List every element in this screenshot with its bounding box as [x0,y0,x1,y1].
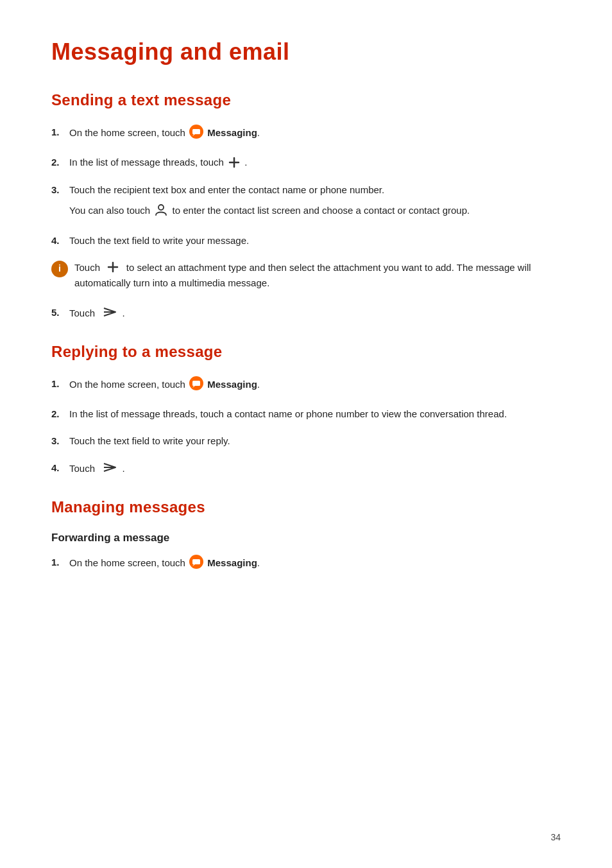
step-send-3: 3. Touch the recipient text box and ente… [51,182,561,221]
step-content: Touch the text field to write your reply… [69,433,561,449]
step-content: In the list of message threads, touch a … [69,406,561,422]
section-title-managing: Managing messages [51,498,561,516]
step-send-2: 2. In the list of message threads, touch… [51,155,561,171]
step-content: On the home screen, touch Messaging. [69,376,561,395]
section-replying: Replying to a message 1. On the home scr… [51,343,561,479]
step-content: Touch the text field to write your messa… [69,233,561,248]
section-sending: Sending a text message 1. On the home sc… [51,91,561,324]
step-content: Touch . [69,305,561,324]
section-title-sending: Sending a text message [51,91,561,109]
tip-content: Touch to select an attachment type and t… [74,260,561,291]
send-icon [101,460,118,479]
tip-box: i Touch to select an attachment type and… [51,260,561,291]
step-send-1: 1. On the home screen, touch Messaging. [51,125,561,143]
step-number: 1. [51,555,69,570]
page-container: Messaging and email Sending a text messa… [0,0,612,623]
step-number: 2. [51,406,69,422]
step-content: Touch . [69,460,561,479]
messaging-icon [189,555,203,573]
step-number: 5. [51,305,69,320]
step-send-5: 5. Touch . [51,305,561,324]
step-reply-2: 2. In the list of message threads, touch… [51,406,561,422]
step-number: 3. [51,433,69,449]
plus-icon-tip [106,261,119,275]
messaging-icon [189,376,203,395]
tip-icon: i [51,261,68,277]
messaging-label: Messaging [207,379,257,390]
page-number: 34 [550,832,561,842]
step-content: In the list of message threads, touch . [69,155,561,171]
step-reply-1: 1. On the home screen, touch Messaging. [51,376,561,395]
step-number: 1. [51,125,69,140]
step-content: Touch the recipient text box and enter t… [69,182,561,221]
plus-icon [228,156,241,171]
send-icon [101,305,118,324]
messaging-icon [189,125,203,143]
step-number: 4. [51,460,69,476]
step-content: On the home screen, touch Messaging. [69,555,561,573]
messaging-label: Messaging [207,558,257,569]
svg-point-5 [158,205,164,210]
messaging-label: Messaging [207,127,257,138]
person-icon [154,203,168,221]
step-content: On the home screen, touch Messaging. [69,125,561,143]
subsection-title-forwarding: Forwarding a message [51,532,561,544]
step-number: 4. [51,233,69,248]
svg-rect-1 [192,129,200,134]
svg-rect-10 [192,381,200,386]
section-managing: Managing messages Forwarding a message 1… [51,498,561,573]
step-number: 3. [51,182,69,198]
step-number: 2. [51,155,69,170]
step-forward-1: 1. On the home screen, touch Messaging. [51,555,561,573]
page-title: Messaging and email [51,39,561,65]
subsection-forwarding: Forwarding a message 1. On the home scre… [51,532,561,573]
step-reply-3: 3. Touch the text field to write your re… [51,433,561,449]
step-number: 1. [51,376,69,392]
step-reply-4: 4. Touch . [51,460,561,479]
section-title-replying: Replying to a message [51,343,561,361]
sub-note: You can also touch to enter the contact … [69,203,561,221]
step-send-4: 4. Touch the text field to write your me… [51,233,561,248]
svg-rect-14 [192,559,200,564]
